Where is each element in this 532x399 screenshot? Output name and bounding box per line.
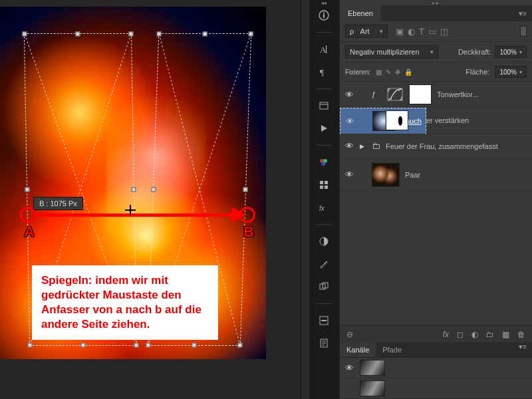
- brush-icon[interactable]: [315, 255, 332, 273]
- transform-handle[interactable]: [237, 343, 242, 348]
- add-mask-icon[interactable]: ◻: [457, 330, 464, 339]
- transform-handle[interactable]: [249, 32, 253, 37]
- transform-handle[interactable]: [157, 32, 162, 37]
- transform-handle[interactable]: [22, 32, 27, 37]
- panel-flyout-icon[interactable]: ▾≡: [513, 342, 532, 357]
- transform-handle[interactable]: [203, 32, 207, 37]
- layer-row-rauch[interactable]: 👁 Rauch: [340, 108, 426, 134]
- fx-icon[interactable]: fx: [443, 330, 449, 339]
- panel-strip-collapse[interactable]: ◂◂: [314, 0, 334, 5]
- tab-paths[interactable]: Pfade: [376, 342, 408, 357]
- panel-drag-handle[interactable]: ▸▸: [340, 0, 532, 5]
- visibility-toggle[interactable]: 👁: [344, 170, 354, 180]
- svg-text:A: A: [320, 45, 327, 55]
- channel-row[interactable]: 👁: [340, 378, 532, 399]
- opacity-label: Deckkraft:: [458, 48, 491, 56]
- info-icon[interactable]: [315, 7, 332, 24]
- layer-row-paar[interactable]: 👁 Paar: [340, 159, 532, 191]
- filter-toggle[interactable]: [520, 26, 527, 37]
- smart-filter-icon[interactable]: ◫: [440, 27, 448, 37]
- tab-layers[interactable]: Ebenen: [340, 5, 381, 21]
- trash-icon[interactable]: 🗑: [517, 330, 525, 339]
- layer-row-group-fire-woman[interactable]: 👁 ▶ 🗀 Feuer der Frau, zusammengefasst: [340, 134, 532, 159]
- svg-rect-15: [325, 181, 328, 184]
- channels-panel-tabbar: Kanäle Pfade ▾≡: [340, 342, 532, 357]
- layer-filter-row: ρ Art ▾ ▣ ◐ T ▭ ◫: [340, 21, 532, 42]
- history-icon[interactable]: [315, 97, 332, 114]
- disclosure-icon[interactable]: ▶: [360, 143, 366, 150]
- svg-rect-14: [320, 181, 323, 184]
- lock-pixels-icon[interactable]: ✎: [386, 68, 391, 76]
- styles-icon[interactable]: fx: [315, 199, 332, 216]
- chevron-down-icon: ▾: [380, 28, 383, 35]
- visibility-toggle[interactable]: 👁: [344, 90, 354, 100]
- tab-channels[interactable]: Kanäle: [340, 342, 376, 357]
- swatches-icon[interactable]: [315, 154, 332, 171]
- transform-handle[interactable]: [192, 343, 196, 348]
- transform-handle[interactable]: [146, 343, 150, 348]
- layer-mask-thumb[interactable]: [409, 84, 432, 104]
- svg-rect-23: [321, 320, 327, 321]
- new-adjustment-icon[interactable]: ◐: [471, 330, 478, 339]
- transform-handle[interactable]: [243, 188, 247, 192]
- measure-icon[interactable]: [315, 312, 332, 329]
- layer-name[interactable]: Feuer der Frau, zusammengefasst: [386, 142, 498, 150]
- type-filter-icon[interactable]: T: [419, 27, 424, 37]
- blend-mode-select[interactable]: Negativ multiplizieren ▾: [345, 45, 438, 59]
- adjustments-icon[interactable]: [315, 233, 332, 250]
- opacity-input[interactable]: 100% ▾: [495, 46, 527, 58]
- shape-filter-icon[interactable]: ▭: [428, 27, 436, 37]
- group-mask-thumb[interactable]: [386, 110, 408, 130]
- blend-opacity-row: Negativ multiplizieren ▾ Deckkraft: 100%…: [340, 42, 532, 63]
- notes-icon[interactable]: [315, 334, 332, 352]
- link-icon: ƒ: [372, 90, 381, 98]
- panel-flyout-icon[interactable]: ▾≡: [513, 9, 532, 18]
- document-canvas[interactable]: B : 1075 Px A B Spiegeln: indem wir mit …: [0, 0, 309, 399]
- transform-handle[interactable]: [81, 343, 86, 348]
- lock-fill-row: Fixieren: ▩ ✎ ✥ 🔒 Fläche: 100% ▾: [340, 63, 532, 82]
- layer-name[interactable]: Paar: [405, 171, 420, 179]
- layer-filter-select[interactable]: ρ Art ▾: [345, 25, 388, 38]
- layer-name[interactable]: Tonwertkor...: [437, 90, 478, 98]
- link-layers-icon[interactable]: ⊖: [346, 330, 353, 339]
- image-filter-icon[interactable]: ▣: [396, 27, 404, 37]
- visibility-toggle[interactable]: 👁: [344, 116, 355, 126]
- svg-rect-17: [325, 186, 328, 189]
- clone-source-icon[interactable]: [315, 278, 332, 295]
- new-group-icon[interactable]: 🗀: [486, 330, 494, 339]
- svg-rect-16: [320, 186, 323, 189]
- layer-row-adjustment[interactable]: 👁 ƒ Tonwertkor...: [340, 82, 532, 108]
- adjust-filter-icon[interactable]: ◐: [408, 27, 415, 37]
- transform-handle[interactable]: [75, 32, 80, 37]
- transform-handle[interactable]: [131, 188, 136, 192]
- channel-row[interactable]: 👁: [340, 358, 532, 378]
- paragraph-icon[interactable]: ¶: [315, 63, 332, 80]
- lock-transparent-icon[interactable]: ▩: [376, 68, 382, 76]
- layer-thumb[interactable]: [372, 163, 400, 187]
- chevron-down-icon: ▾: [519, 69, 522, 75]
- chevron-down-icon: ▾: [519, 49, 522, 55]
- transform-handle[interactable]: [128, 32, 133, 37]
- lock-label: Fixieren:: [345, 68, 370, 76]
- layers-panel: ▸▸ Ebenen ▾≡ ρ Art ▾ ▣ ◐ T ▭ ◫ Negativ m…: [339, 0, 532, 399]
- lock-all-icon[interactable]: 🔒: [404, 68, 412, 76]
- transform-handle[interactable]: [151, 188, 156, 192]
- annotation-marker-b: [239, 207, 255, 223]
- transform-handle[interactable]: [25, 188, 29, 192]
- lock-position-icon[interactable]: ✥: [395, 68, 400, 76]
- channel-thumb[interactable]: [360, 360, 385, 376]
- channel-thumb[interactable]: [360, 380, 385, 396]
- color-icon[interactable]: [315, 176, 332, 194]
- actions-icon[interactable]: [315, 120, 332, 137]
- visibility-toggle[interactable]: 👁: [344, 363, 354, 373]
- fill-input[interactable]: 100% ▾: [495, 66, 527, 78]
- fill-label: Fläche:: [466, 68, 489, 76]
- transform-handle[interactable]: [134, 343, 139, 348]
- canvas-scrollbar[interactable]: [301, 0, 309, 399]
- visibility-toggle[interactable]: 👁: [344, 141, 354, 151]
- new-layer-icon[interactable]: ▦: [502, 330, 509, 339]
- channels-list: 👁 👁: [340, 357, 532, 399]
- fill-value: 100%: [499, 68, 517, 76]
- character-icon[interactable]: A: [315, 41, 332, 58]
- transform-handle[interactable]: [28, 343, 33, 348]
